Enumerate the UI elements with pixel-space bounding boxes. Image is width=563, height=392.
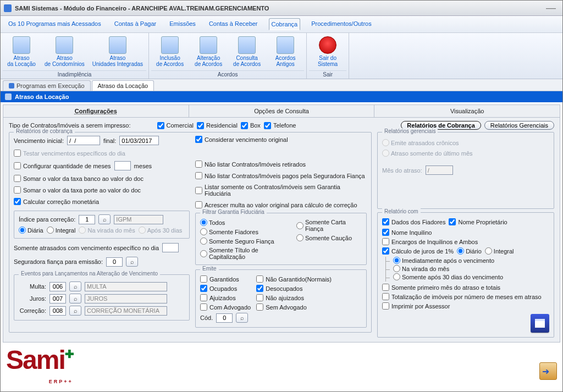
rdo-gar-carta[interactable]: Somente Carta Fiança [296, 219, 362, 232]
emite-cod-lookup[interactable] [236, 313, 248, 323]
building-icon [56, 36, 73, 54]
rdo-gar-caucao[interactable]: Somente Caução [296, 234, 362, 241]
mes-atraso-label: Mês do atraso: [382, 167, 422, 174]
pen-icon [277, 36, 294, 54]
chk-nome-proprietario[interactable]: Nome Proprietário [449, 218, 507, 225]
correcao-lookup[interactable] [69, 306, 81, 316]
ribbon-sair-sistema[interactable]: Sair do Sistema [309, 34, 346, 69]
rdo-gar-todos[interactable]: Todos [200, 219, 291, 226]
fieldset-relatorios-gerenciais: Relatórios gerenciais Emite atrasados cr… [377, 132, 554, 209]
rdo-gar-seguro[interactable]: Somente Seguro Fiança [200, 238, 291, 245]
chk-considerar-venc-orig[interactable]: Considerar vencimento original [195, 136, 367, 143]
chk-testar-vencimentos[interactable]: Testar vencimentos específicos do dia [14, 150, 190, 157]
rdo-atraso-ultimo: Atraso somente do último mês [382, 150, 549, 157]
tab-atraso-locacao[interactable]: Atraso da Locação [92, 80, 154, 91]
chk-encargos[interactable]: Encargos de Inquilinos e Ambos [382, 238, 549, 245]
correcao-input[interactable] [49, 306, 66, 316]
subtab-visualizacao[interactable]: Visualização [374, 105, 560, 117]
chk-box[interactable]: Box [241, 122, 261, 129]
rdo-juros-diario[interactable]: Diário [457, 247, 482, 255]
ribbon-group-caption: Inadimplência [3, 70, 146, 79]
seguradora-input[interactable] [106, 257, 123, 267]
menu-item-cobranca[interactable]: Cobrança [269, 18, 301, 30]
indice-input[interactable] [79, 215, 95, 224]
ribbon-group-caption: Sair [309, 70, 346, 79]
ribbon-atraso-unidades[interactable]: Atraso Unidades Integradas [89, 34, 146, 69]
meses-input[interactable] [114, 161, 131, 170]
chk-nome-inquilino[interactable]: Nome Inquilino [382, 229, 432, 236]
chk-listar-sem-garantia[interactable]: Listar somente os Contratos/imóveis sem … [195, 184, 367, 197]
chk-nao-listar-retirados[interactable]: Não listar Contratos/Imóveis retirados [195, 161, 367, 168]
chk-garantidos[interactable]: Garantidos [200, 275, 251, 283]
minimize-button[interactable]: — [543, 2, 559, 14]
multa-lookup[interactable] [69, 281, 81, 291]
window-title: SAMI Sistemas - Módulo do Financeiro - A… [15, 5, 543, 12]
chk-dados-fiadores[interactable]: Dados dos Fiadores [382, 218, 445, 225]
power-icon [319, 36, 336, 54]
rdo-virada: Na virada do mês [79, 227, 135, 234]
chk-comercial[interactable]: Comercial [157, 122, 194, 129]
indice-name [114, 215, 163, 224]
save-icon[interactable] [531, 314, 549, 333]
rdo-imediatamente[interactable]: Imediatamente após o vencimento [393, 257, 494, 264]
ribbon-consulta-acordos[interactable]: Consulta de Acordos [228, 34, 266, 69]
ribbon-inclusao-acordos[interactable]: Inclusão de Acordos [151, 34, 189, 69]
juros-label: Juros: [19, 295, 46, 302]
chk-config-meses[interactable]: Configurar quantidade de meses [14, 162, 111, 169]
ribbon-group-acordos: Inclusão de Acordos Alteração de Acordos… [149, 33, 307, 79]
venc-inicial-input[interactable] [67, 136, 100, 145]
multa-input[interactable] [49, 282, 66, 291]
ribbon-atraso-locacao[interactable]: Atraso da Locação [3, 34, 40, 69]
menu-item-procedimentos[interactable]: Procedimentos/Outros [309, 18, 373, 30]
menu-item-emissoes[interactable]: Emissões [167, 18, 198, 30]
chk-nao-ajuizados[interactable]: Não ajuizados [256, 294, 332, 301]
rdo-diaria[interactable]: Diária [19, 227, 43, 234]
menu-item-contas-receber[interactable]: Contas à Receber [207, 18, 260, 30]
chk-somar-banco[interactable]: Somar o valor da taxa banco ao valor do … [14, 175, 190, 182]
final-label: final: [103, 137, 116, 144]
juros-input[interactable] [49, 294, 66, 303]
rdo-gar-fiadores[interactable]: Somente Fiadores [200, 228, 291, 235]
venc-final-input[interactable] [119, 136, 159, 145]
chk-ocupados[interactable]: Ocupados [200, 285, 251, 292]
tab-programas-execucao[interactable]: Programas em Execução [3, 80, 91, 91]
seguradora-lookup[interactable] [126, 257, 138, 267]
chk-calc-correcao[interactable]: Calcular correção monetária [14, 198, 190, 205]
chk-desocupados[interactable]: Desocupados [256, 285, 332, 292]
chk-ajuizados[interactable]: Ajuizados [200, 294, 251, 301]
chk-com-advogado[interactable]: Com Advogado [200, 303, 251, 311]
rdo-juros-integral[interactable]: Integral [485, 247, 514, 255]
chk-totalizacao[interactable]: Totalização de imóveis por número de mes… [382, 293, 549, 300]
chk-imprimir-assessor[interactable]: Imprimir por Assessor [382, 302, 549, 310]
chk-nao-listar-pagos[interactable]: Não listar Contratos/Imóveis pagos pela … [195, 172, 367, 179]
chk-nao-garantido[interactable]: Não Garantido(Normais) [256, 275, 332, 283]
rdo-gar-titulo[interactable]: Somente Título de Capitalização [200, 247, 291, 260]
rdo-apos-30[interactable]: Somente após 30 dias do vencimento [393, 273, 503, 280]
chk-acrescer-multa[interactable]: Acrescer multa ao valor original para cá… [195, 201, 367, 208]
juros-lookup[interactable] [69, 294, 81, 303]
menu-item-contas-pagar[interactable]: Contas à Pagar [112, 18, 158, 30]
indice-lookup[interactable] [98, 214, 111, 224]
ribbon-acordos-antigos[interactable]: Acordos Antigos [267, 34, 304, 69]
rdo-na-virada[interactable]: Na virada do mês [393, 265, 449, 272]
chk-telefone[interactable]: Telefone [264, 122, 296, 129]
correcao-label: Correção: [19, 307, 46, 314]
chk-somente-primeiro[interactable]: Somente primeiro mês do atraso e totais [382, 284, 549, 291]
tab-icon [9, 83, 14, 89]
menu-item-programas[interactable]: Os 10 Programas mais Acessados [6, 18, 103, 30]
chk-residencial[interactable]: Residencial [197, 122, 238, 129]
chk-somar-porte[interactable]: Somar o valor da taxa porte ao valor do … [14, 186, 190, 194]
emite-cod-input[interactable] [216, 313, 233, 323]
config-tabs: Configurações Opções de Consulta Visuali… [3, 105, 560, 118]
ribbon-atraso-condominios[interactable]: Atraso de Condomínios [41, 34, 88, 69]
rdo-integral[interactable]: Integral [47, 227, 76, 234]
subtab-opcoes-consulta[interactable]: Opções de Consulta [189, 105, 375, 117]
chk-calc-juros[interactable]: Cálculo de juros de 1% [382, 247, 454, 255]
somente-atrasados-input[interactable] [162, 243, 179, 252]
exit-icon[interactable] [539, 362, 557, 380]
subtab-configuracoes[interactable]: Configurações [3, 105, 189, 117]
chk-sem-advogado[interactable]: Sem Advogado [256, 303, 332, 311]
ribbon-alteracao-acordos[interactable]: Alteração de Acordos [190, 34, 227, 69]
rdo-apos30: Após 30 dias [139, 227, 183, 234]
btn-relatorios-gerenciais[interactable]: Relatórios Gerenciais [484, 121, 554, 130]
